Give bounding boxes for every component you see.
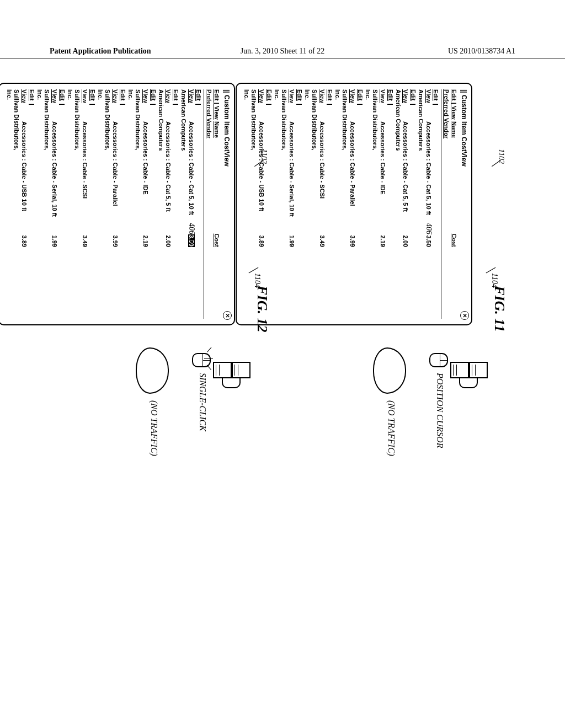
col-vendor: Preferred Vendor xyxy=(443,89,450,161)
mouse-icon xyxy=(429,353,448,367)
annotation-side: \|/SINGLE-CLICK(NO TRAFFIC) xyxy=(108,347,252,524)
col-actions: Edit | View xyxy=(212,89,220,121)
ref-1104: 1104 xyxy=(253,273,262,288)
vendor-cell: American Computers xyxy=(179,89,187,161)
view-link[interactable]: View xyxy=(112,89,119,103)
name-cell: Accessories : Cable - Parallel xyxy=(349,121,356,232)
vendor-cell: Sullivan Distributors, Inc. xyxy=(273,89,288,161)
name-cell: Accessories : Cable - Cat 5, 10 ft xyxy=(187,121,195,232)
name-cell: Accessories : Cable - Cat 5, 5 ft xyxy=(164,121,172,232)
name-cell: Accessories : Cable - Serial, 10 ft xyxy=(288,121,296,232)
ref-406: 406 xyxy=(187,223,197,234)
fig11: 1102FIG. 111104✕|| Custom Item CostViewE… xyxy=(236,83,508,535)
vendor-cell: Sullivan Distributors, Inc. xyxy=(5,89,20,161)
cost-cell: 3.99 xyxy=(349,232,356,247)
header-left: Patent Application Publication xyxy=(50,47,151,56)
view-link[interactable]: View xyxy=(289,89,295,103)
ref-1104: 1104 xyxy=(490,273,499,288)
cost-cell: 3.49 xyxy=(318,232,326,247)
col-name: Name xyxy=(212,121,220,232)
vendor-cell: American Computers xyxy=(394,89,402,161)
name-cell: Accessories : Cable - IDE xyxy=(142,121,150,232)
view-link[interactable]: View xyxy=(380,89,386,103)
name-cell: Accessories : Cable - USB 10 ft xyxy=(20,121,28,232)
close-icon[interactable]: ✕ xyxy=(460,311,469,320)
edit-link[interactable]: Edit xyxy=(387,89,394,101)
edit-link[interactable]: Edit xyxy=(150,89,157,101)
vendor-cell: Sullivan Distributors, Inc. xyxy=(96,89,111,161)
col-cost: Cost xyxy=(212,232,220,247)
edit-link[interactable]: Edit xyxy=(89,89,96,101)
table-row: Edit | ViewAccessories : Cable - IDE2.19… xyxy=(364,89,394,319)
col-vendor: Preferred Vendor xyxy=(205,89,213,161)
name-cell: Accessories : Cable - SCSI xyxy=(318,121,326,232)
table-row: Edit | ViewAccessories : Cable - SCSI3.4… xyxy=(303,89,333,319)
col-name: Name xyxy=(450,121,457,232)
table-row: Edit | ViewAccessories : Cable - Cat 5, … xyxy=(417,89,439,319)
cloud-icon xyxy=(373,347,406,394)
edit-link[interactable]: Edit xyxy=(59,89,66,101)
cost-cell: 2.00 xyxy=(402,232,409,247)
view-link[interactable]: View xyxy=(319,89,326,103)
figure-number: FIG. 11 xyxy=(492,286,508,332)
cost-cell: 1.99 xyxy=(51,232,58,247)
table-row: Edit | ViewAccessories : Cable - Cat 5, … xyxy=(157,89,179,319)
table-row: Edit | ViewAccessories : Cable - Paralle… xyxy=(96,89,126,319)
name-cell: Accessories : Cable - SCSI xyxy=(81,121,89,232)
cost-cell: 2.19 xyxy=(142,232,150,247)
cost-cell: 2.19 xyxy=(379,232,387,247)
name-cell: Accessories : Cable - Parallel xyxy=(111,121,119,232)
edit-link[interactable]: Edit xyxy=(327,89,333,101)
name-cell: Accessories : Cable - Cat 5, 10 ft xyxy=(424,121,432,232)
table-row: Edit | ViewAccessories : Cable - Serial,… xyxy=(273,89,303,319)
header-mid: Jun. 3, 2010 Sheet 11 of 22 xyxy=(241,47,325,56)
edit-link[interactable]: Edit xyxy=(357,89,364,101)
figure-number: FIG. 12 xyxy=(254,285,270,332)
edit-link[interactable]: Edit xyxy=(410,89,417,101)
view-link[interactable]: View xyxy=(166,89,172,103)
column-headers: Edit | ViewNameCost Preferred Vendor xyxy=(441,89,458,319)
action-label: POSITION CURSOR xyxy=(435,373,445,448)
name-cell: Accessories : Cable - IDE xyxy=(379,121,387,232)
cost-view-panel: ✕|| Custom Item CostViewEdit | ViewNameC… xyxy=(0,83,235,325)
vendor-cell: Sullivan Distributors, Inc. xyxy=(333,89,349,161)
view-link[interactable]: View xyxy=(349,89,356,103)
click-rays-icon: \|/ xyxy=(206,350,214,371)
col-cost: Cost xyxy=(450,232,457,247)
annotation-side: POSITION CURSOR(NO TRAFFIC) xyxy=(345,347,489,524)
view-link[interactable]: View xyxy=(21,89,28,103)
mouse-icon: \|/ xyxy=(192,353,211,367)
edit-link[interactable]: Edit xyxy=(296,89,303,101)
table-row: Edit | ViewAccessories : Cable - IDE2.19… xyxy=(126,89,157,319)
edit-link[interactable]: Edit xyxy=(29,89,35,101)
cost-view-panel: ✕|| Custom Item CostViewEdit | ViewNameC… xyxy=(236,83,472,325)
traffic-label: (NO TRAFFIC) xyxy=(386,400,396,456)
server-icon xyxy=(213,362,250,378)
view-link[interactable]: View xyxy=(82,89,88,103)
view-link[interactable]: View xyxy=(425,89,432,103)
table-row: Edit | ViewAccessories : Cable - Paralle… xyxy=(333,89,364,319)
ref-406: 406 xyxy=(424,223,434,234)
panel-title: || Custom Item CostView xyxy=(460,89,468,319)
name-cell: Accessories : Cable - Cat 5, 5 ft xyxy=(402,121,409,232)
table-row: Edit | ViewAccessories : Cable - USB 10 … xyxy=(5,89,35,319)
edit-link[interactable]: Edit xyxy=(173,89,179,101)
vendor-cell: Sullivan Distributors, Inc. xyxy=(126,89,142,161)
edit-link[interactable]: Edit xyxy=(433,89,440,101)
table-row: Edit | ViewAccessories : Cable - Serial,… xyxy=(35,89,66,319)
traffic-label: (NO TRAFFIC) xyxy=(149,400,159,456)
view-link[interactable]: View xyxy=(142,89,149,103)
close-icon[interactable]: ✕ xyxy=(223,311,232,320)
view-link[interactable]: View xyxy=(51,89,58,103)
table-row: Edit | ViewAccessories : Cable - Cat 5, … xyxy=(394,89,417,319)
action-label: SINGLE-CLICK xyxy=(198,373,207,431)
edit-link[interactable]: Edit xyxy=(196,89,202,101)
vendor-cell: Sullivan Distributors, Inc. xyxy=(66,89,81,161)
view-link[interactable]: View xyxy=(188,89,195,103)
edit-link[interactable]: Edit xyxy=(120,89,126,101)
table-row: Edit | ViewAccessories : Cable - Cat 5, … xyxy=(179,89,202,319)
name-cell: Accessories : Cable - Serial, 10 ft xyxy=(51,121,58,232)
vendor-cell: Sullivan Distributors, Inc. xyxy=(35,89,51,161)
cloud-icon xyxy=(136,347,169,394)
view-link[interactable]: View xyxy=(403,89,409,103)
